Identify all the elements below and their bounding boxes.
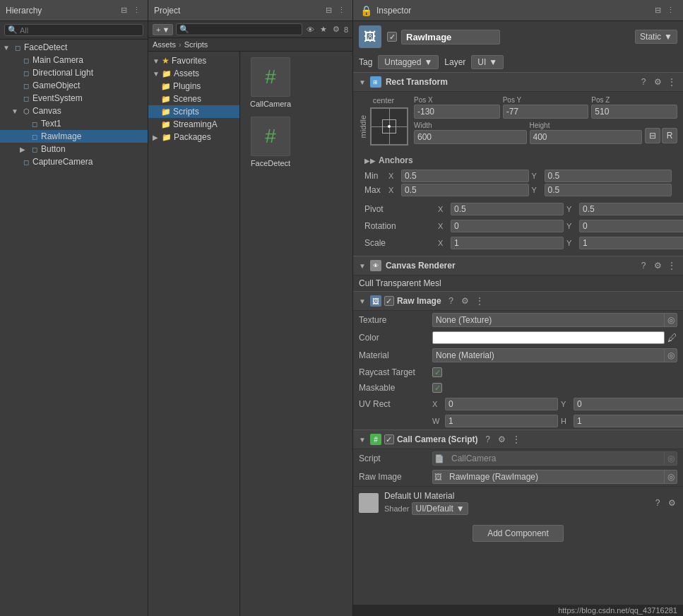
hier-item-rawimage[interactable]: ◻ RawImage <box>0 130 148 143</box>
tree-item-favorites[interactable]: ▼ ★ Favorites <box>148 54 239 67</box>
call-camera-section-header[interactable]: # ✓ Call Camera (Script) ? ⚙ ⋮ <box>353 430 683 449</box>
hier-item-button[interactable]: ▶ ◻ Button <box>0 143 148 155</box>
hierarchy-search-box[interactable]: 🔍 <box>4 24 143 36</box>
material-swatch-preview[interactable] <box>359 493 379 513</box>
add-component-button[interactable]: Add Component <box>473 525 564 542</box>
uv-w-input[interactable] <box>445 415 558 427</box>
anchor-max-x-input[interactable] <box>401 184 529 196</box>
rect-settings-btn[interactable]: ⚙ <box>652 76 663 88</box>
inspector-lock-icon[interactable]: ⊟ <box>653 5 663 16</box>
pos-z-input[interactable] <box>591 105 677 119</box>
pivot-y-input[interactable] <box>579 203 683 215</box>
shader-dropdown[interactable]: UI/Default ▼ <box>412 502 468 515</box>
anchor-min-y-input[interactable] <box>545 170 672 182</box>
project-tab[interactable]: Project ⊟ ⋮ <box>148 0 352 21</box>
hier-item-facedetect[interactable]: ▼ ◻ FaceDetect ⋮ <box>0 41 148 54</box>
static-dropdown[interactable]: Static ▼ <box>635 30 677 44</box>
uvrect-wh-row: W H <box>353 413 683 430</box>
script-value: CallCamera <box>449 452 661 465</box>
create-button[interactable]: + ▼ <box>153 24 173 35</box>
height-input[interactable] <box>530 130 643 144</box>
material-settings-btn[interactable]: ⚙ <box>666 497 677 509</box>
uv-x-input[interactable] <box>445 398 558 410</box>
rect-more-btn[interactable]: ⋮ <box>666 76 677 88</box>
project-lock-icon[interactable]: ⊟ <box>324 5 333 16</box>
inspector-tab[interactable]: 🔒 Inspector ⊟ ⋮ <box>353 0 683 21</box>
tree-item-packages[interactable]: ▶ 📁 Packages <box>148 131 239 143</box>
width-input[interactable] <box>414 130 527 144</box>
call-camera-settings-btn[interactable]: ⚙ <box>497 434 508 445</box>
canvas-settings-btn[interactable]: ⚙ <box>652 260 663 271</box>
scale-y-input[interactable] <box>579 237 683 249</box>
uv-h-input[interactable] <box>574 415 683 427</box>
reset-btn[interactable]: R <box>662 128 677 143</box>
canvas-help-btn[interactable]: ? <box>638 260 649 271</box>
asset-item-callcamera[interactable]: # CallCamera <box>246 57 295 108</box>
inspector-more-icon[interactable]: ⋮ <box>665 5 676 16</box>
hier-item-canvas[interactable]: ▼ ⬡ Canvas <box>0 105 148 117</box>
hierarchy-tab[interactable]: Hierarchy ⊟ ⋮ <box>0 0 148 21</box>
call-camera-enabled-checkbox[interactable]: ✓ <box>384 434 394 444</box>
object-name-input[interactable] <box>401 30 500 45</box>
filter-icon[interactable]: 👁 <box>305 25 316 35</box>
project-search-input[interactable] <box>191 25 299 34</box>
constrain-btn[interactable]: ⊟ <box>645 128 660 143</box>
tree-item-streaming[interactable]: 📁 StreamingA <box>148 118 239 131</box>
hier-item-directional-light[interactable]: ◻ Directional Light <box>0 66 148 79</box>
hierarchy-search-input[interactable] <box>20 26 140 35</box>
tag-dropdown[interactable]: Untagged ▼ <box>378 55 439 69</box>
raw-help-btn[interactable]: ? <box>446 295 457 307</box>
tree-item-plugins[interactable]: 📁 Plugins <box>148 80 239 93</box>
eyedropper-btn[interactable]: 🖊 <box>667 332 677 343</box>
hier-item-gameobject[interactable]: ◻ GameObject <box>0 79 148 92</box>
raycast-checkbox[interactable]: ✓ <box>432 367 442 377</box>
hier-label-main-camera: Main Camera <box>32 55 83 65</box>
maskable-checkbox[interactable]: ✓ <box>432 383 442 393</box>
uv-y-input[interactable] <box>574 398 683 410</box>
object-enabled-checkbox[interactable]: ✓ <box>387 32 397 42</box>
raw-settings-btn[interactable]: ⚙ <box>460 295 471 307</box>
hier-item-capturecamera[interactable]: ◻ CaptureCamera <box>0 155 148 168</box>
raw-image-section-header[interactable]: 🖼 ✓ Raw Image ? ⚙ ⋮ <box>353 291 683 311</box>
hier-item-main-camera[interactable]: ◻ Main Camera <box>0 54 148 66</box>
anchor-min-x-input[interactable] <box>401 170 529 182</box>
tree-item-scenes[interactable]: 📁 Scenes <box>148 93 239 105</box>
pos-x-input[interactable] <box>414 105 500 119</box>
material-pick-btn[interactable]: ◎ <box>664 349 677 362</box>
project-search-box[interactable]: 🔍 <box>176 23 302 35</box>
texture-pick-btn[interactable]: ◎ <box>664 314 677 326</box>
anchor-max-y-input[interactable] <box>545 184 672 196</box>
hier-item-eventsystem[interactable]: ◻ EventSystem <box>0 92 148 105</box>
project-content: ▼ ★ Favorites ▼ 📁 Assets 📁 Plugins 📁 Sce… <box>148 52 352 616</box>
hier-item-text1[interactable]: ◻ Text1 <box>0 117 148 130</box>
project-more-icon[interactable]: ⋮ <box>336 5 347 16</box>
raw-more-btn[interactable]: ⋮ <box>474 295 485 307</box>
star-filter-icon[interactable]: ★ <box>319 24 328 35</box>
raw-enabled-checkbox[interactable]: ✓ <box>384 296 394 306</box>
scale-row: Scale X Y Z <box>359 235 677 251</box>
hierarchy-lock-icon[interactable]: ⊟ <box>119 5 129 16</box>
rawimage-ref-pick-btn[interactable]: ◎ <box>664 470 677 483</box>
rot-x-input[interactable] <box>451 220 564 232</box>
call-camera-more-btn[interactable]: ⋮ <box>511 434 522 445</box>
layer-dropdown[interactable]: UI ▼ <box>471 55 504 69</box>
rot-y-input[interactable] <box>579 220 683 232</box>
tree-item-assets[interactable]: ▼ 📁 Assets <box>148 67 239 80</box>
canvas-more-btn[interactable]: ⋮ <box>666 260 677 271</box>
color-swatch[interactable] <box>432 331 665 344</box>
rect-transform-section-header[interactable]: ⊞ Rect Transform ? ⚙ ⋮ <box>353 72 683 92</box>
material-help-btn[interactable]: ? <box>652 497 663 509</box>
inspector-panel: 🔒 Inspector ⊟ ⋮ 🖼 ✓ Static ▼ <box>353 0 683 616</box>
texture-label: Texture <box>359 315 429 325</box>
canvas-renderer-section-header[interactable]: 👁 Canvas Renderer ? ⚙ ⋮ <box>353 256 683 276</box>
settings-icon[interactable]: ⚙ <box>331 24 341 35</box>
tree-item-scripts[interactable]: 📁 Scripts <box>148 105 239 118</box>
scale-x-input[interactable] <box>451 237 564 249</box>
hierarchy-more-icon[interactable]: ⋮ <box>131 5 142 16</box>
pivot-x-input[interactable] <box>451 203 564 215</box>
script-pick-btn[interactable]: ◎ <box>664 452 677 465</box>
asset-item-facedetect[interactable]: # FaceDetect <box>246 117 295 167</box>
call-camera-help-btn[interactable]: ? <box>482 434 494 445</box>
rect-help-btn[interactable]: ? <box>638 76 649 88</box>
pos-y-input[interactable] <box>503 105 589 119</box>
